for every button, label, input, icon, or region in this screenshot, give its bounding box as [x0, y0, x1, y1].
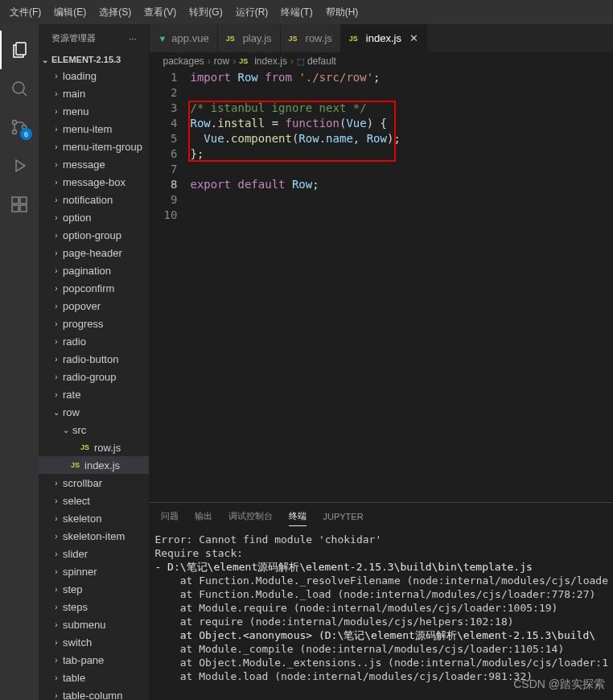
menu-select[interactable]: 选择(S) [93, 6, 138, 19]
folder-item[interactable]: ›spinner [39, 562, 149, 580]
sidebar-title: 资源管理器 [51, 32, 96, 44]
chevron-icon: › [51, 638, 61, 647]
chevron-icon: › [51, 479, 61, 488]
folder-item[interactable]: ›table-column [39, 686, 149, 700]
sidebar: 资源管理器 ··· ⌄ ELEMENT-2.15.3 ›loading›main… [39, 24, 150, 700]
symbol-icon: ⬚ [297, 57, 304, 66]
menu-goto[interactable]: 转到(G) [183, 6, 228, 19]
folder-item[interactable]: ›switch [39, 633, 149, 651]
js-icon: JS [349, 35, 358, 43]
chevron-icon: › [51, 196, 61, 204]
terminal-line: at Module.require (node:internal/modules… [154, 601, 608, 615]
editor-area: ▼app.vueJSplay.jsJSrow.jsJSindex.js✕ pac… [150, 24, 613, 700]
extensions-icon[interactable] [0, 185, 39, 224]
folder-item[interactable]: ›message [39, 155, 149, 173]
folder-item[interactable]: ›skeleton-item [39, 527, 149, 545]
folder-item[interactable]: ›scrollbar [39, 474, 149, 492]
scm-icon[interactable]: 6 [0, 108, 39, 146]
explorer-icon[interactable] [0, 31, 39, 69]
editor-tab[interactable]: JSindex.js✕ [341, 24, 427, 52]
chevron-icon: › [51, 231, 61, 240]
bc-file[interactable]: index.js [254, 56, 287, 67]
sidebar-header: 资源管理器 ··· [39, 24, 149, 52]
folder-item[interactable]: ›radio-group [39, 368, 149, 385]
bc-folder[interactable]: row [214, 56, 229, 67]
menu-help[interactable]: 帮助(H) [319, 6, 365, 19]
menu-terminal[interactable]: 终端(T) [274, 6, 319, 19]
terminal-line: at Module.load (node:internal/modules/cj… [154, 669, 608, 683]
editor-tab[interactable]: JSrow.js [281, 24, 341, 52]
chevron-icon: ⌄ [51, 408, 61, 417]
panel-tab[interactable]: 调试控制台 [228, 507, 273, 525]
search-icon[interactable] [0, 69, 39, 108]
code-content[interactable]: import Row from './src/row'; /* istanbul… [190, 70, 613, 502]
editor-tab[interactable]: JSplay.js [218, 24, 281, 52]
chevron-icon: › [51, 496, 61, 505]
folder-item[interactable]: ›steps [39, 598, 149, 616]
folder-item[interactable]: ›loading [39, 67, 149, 84]
explorer-section[interactable]: ⌄ ELEMENT-2.15.3 [39, 52, 149, 67]
folder-item[interactable]: ›menu [39, 102, 149, 120]
chevron-icon: › [51, 390, 61, 399]
folder-item[interactable]: ⌄src [39, 421, 149, 439]
chevron-icon: › [51, 284, 61, 293]
chevron-icon: › [51, 373, 61, 381]
folder-item[interactable]: ›menu-item [39, 120, 149, 138]
terminal-line: Error: Cannot find module 'chokidar' [154, 533, 608, 546]
folder-item[interactable]: ›table [39, 669, 149, 686]
menu-edit[interactable]: 编辑(E) [47, 6, 93, 19]
chevron-down-icon: ⌄ [42, 56, 48, 64]
folder-item[interactable]: ›page-header [39, 244, 149, 261]
panel-tab[interactable]: 问题 [161, 507, 179, 525]
file-item[interactable]: JSrow.js [39, 439, 149, 456]
editor-tab[interactable]: ▼app.vue [150, 24, 217, 52]
folder-item[interactable]: ›notification [39, 191, 149, 208]
bc-symbol[interactable]: default [307, 56, 336, 67]
folder-item[interactable]: ›menu-item-group [39, 138, 149, 155]
panel-tab[interactable]: 输出 [195, 507, 212, 525]
folder-item[interactable]: ›message-box [39, 173, 149, 191]
folder-item[interactable]: ⌄row [39, 403, 149, 421]
svg-point-3 [13, 130, 17, 134]
menu-view[interactable]: 查看(V) [138, 6, 183, 19]
chevron-right-icon: › [208, 56, 211, 67]
folder-item[interactable]: ›popconfirm [39, 279, 149, 297]
file-tree: ›loading›main›menu›menu-item›menu-item-g… [39, 67, 149, 700]
folder-item[interactable]: ›step [39, 580, 149, 598]
svg-rect-0 [16, 43, 26, 55]
folder-item[interactable]: ›skeleton [39, 509, 149, 527]
chevron-icon: › [51, 550, 61, 558]
more-icon[interactable]: ··· [129, 34, 136, 43]
debug-icon[interactable] [0, 146, 39, 185]
bc-folder[interactable]: packages [163, 56, 204, 67]
folder-item[interactable]: ›rate [39, 385, 149, 403]
folder-item[interactable]: ›submenu [39, 616, 149, 633]
folder-item[interactable]: ›radio [39, 332, 149, 350]
folder-item[interactable]: ›slider [39, 545, 149, 562]
folder-item[interactable]: ›popover [39, 297, 149, 315]
code-editor[interactable]: 12345678910 import Row from './src/row';… [150, 70, 613, 502]
folder-item[interactable]: ›progress [39, 315, 149, 332]
folder-item[interactable]: ›option [39, 208, 149, 226]
panel-tab[interactable]: JUPYTER [323, 509, 363, 525]
folder-item[interactable]: ›pagination [39, 261, 149, 279]
folder-item[interactable]: ›select [39, 492, 149, 509]
folder-item[interactable]: ›option-group [39, 226, 149, 244]
menubar: 文件(F) 编辑(E) 选择(S) 查看(V) 转到(G) 运行(R) 终端(T… [0, 0, 613, 24]
chevron-icon: ⌄ [61, 426, 71, 434]
line-number: 5 [150, 131, 177, 146]
close-icon[interactable]: ✕ [409, 32, 418, 44]
folder-item[interactable]: ›tab-pane [39, 651, 149, 669]
svg-rect-6 [12, 205, 19, 212]
panel-tab[interactable]: 终端 [289, 507, 306, 526]
menu-run[interactable]: 运行(R) [229, 6, 275, 19]
scm-badge: 6 [20, 128, 32, 140]
file-item[interactable]: JSindex.js [39, 456, 149, 474]
folder-item[interactable]: ›main [39, 84, 149, 102]
chevron-icon: › [51, 302, 61, 311]
breadcrumbs[interactable]: packages › row › JS index.js › ⬚ default [150, 52, 613, 70]
folder-item[interactable]: ›radio-button [39, 350, 149, 368]
chevron-icon: › [51, 142, 61, 151]
terminal-output[interactable]: Error: Cannot find module 'chokidar'Requ… [150, 529, 613, 700]
menu-file[interactable]: 文件(F) [3, 6, 47, 19]
